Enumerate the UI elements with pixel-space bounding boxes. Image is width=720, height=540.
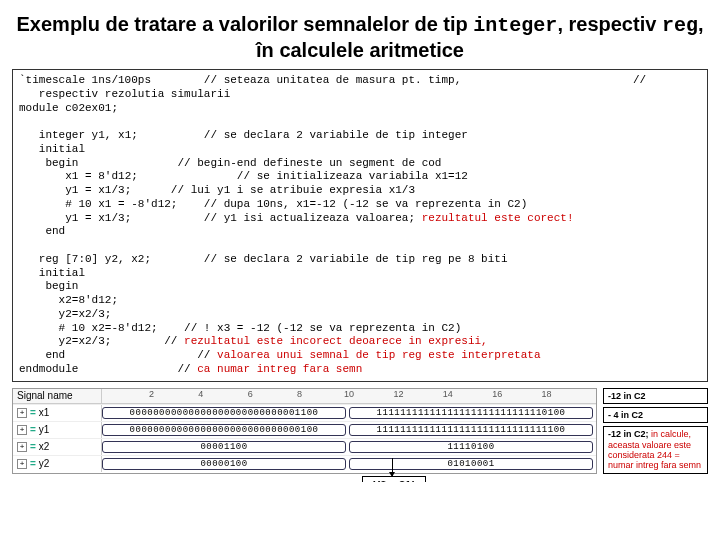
expand-icon: + (17, 459, 27, 469)
waveform-panel: Signal name 2 4 6 8 10 12 14 16 18 +=x1 … (12, 388, 597, 474)
wave-row: +=y1 00000000000000000000000000000100 11… (13, 421, 596, 438)
arrow-icon (392, 458, 393, 476)
code-listing: `timescale 1ns/100ps // seteaza unitatea… (12, 69, 708, 382)
expand-icon: + (17, 442, 27, 452)
page-title: Exemplu de tratare a valorilor semnalelo… (12, 12, 708, 63)
time-ruler: 2 4 6 8 10 12 14 16 18 (102, 389, 596, 403)
note-box: -12 in C2; in calcule, aceasta valoare e… (603, 426, 708, 473)
side-notes: -12 in C2 - 4 in C2 -12 in C2; in calcul… (603, 388, 708, 474)
callout-y2: Y2 = 81! (362, 476, 426, 482)
expand-icon: + (17, 408, 27, 418)
note-box: - 4 in C2 (603, 407, 708, 423)
wave-row: +=x2 00001100 11110100 (13, 438, 596, 455)
wave-row: +=x1 00000000000000000000000000001100 11… (13, 404, 596, 421)
note-box: -12 in C2 (603, 388, 708, 404)
wave-row: +=y2 00000100 01010001 (13, 455, 596, 472)
expand-icon: + (17, 425, 27, 435)
signal-name-header: Signal name (13, 389, 102, 403)
